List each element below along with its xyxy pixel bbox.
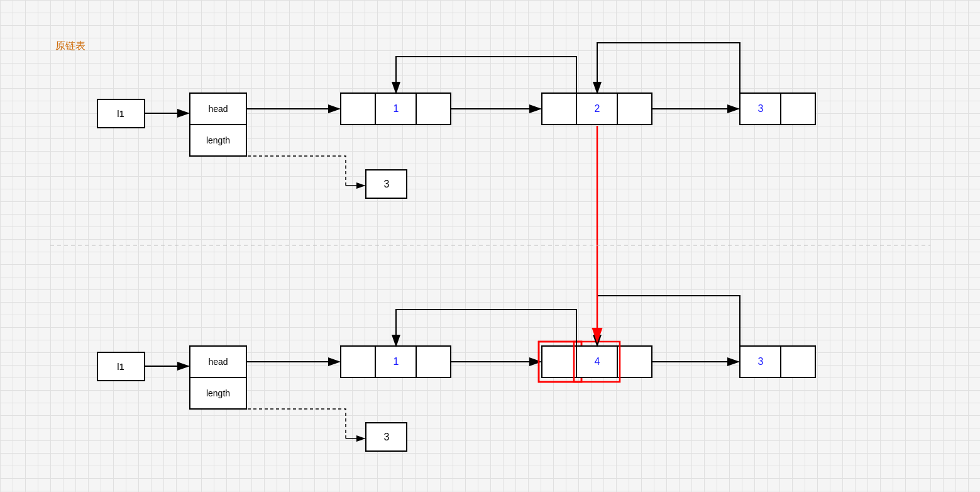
top-node1-next (416, 93, 451, 125)
top-l1-label: l1 (117, 108, 124, 119)
top-node3-value-text: 3 (758, 103, 764, 114)
top-node2-back-arrow (396, 57, 576, 93)
top-node1-value-text: 1 (394, 103, 399, 114)
bottom-node3-value-text: 3 (758, 356, 764, 367)
bottom-node4-next (617, 346, 652, 377)
bottom-l1-label: l1 (117, 361, 124, 372)
top-head-label: head (208, 104, 228, 114)
original-chain-label: 原链表 (55, 40, 85, 51)
bottom-node3-next (781, 346, 815, 377)
bottom-node4-value-text: 4 (595, 356, 600, 367)
top-node1-prev (341, 93, 375, 125)
top-length-label: length (206, 135, 230, 145)
bottom-node4-back-arrow (396, 310, 576, 346)
bottom-length-label: length (206, 388, 230, 398)
bottom-node1-value-text: 1 (394, 356, 399, 367)
bottom-length-value-text: 3 (384, 432, 390, 442)
bottom-node3-back-arrow (597, 296, 740, 346)
top-length-value-text: 3 (384, 179, 390, 189)
top-node2-prev (542, 93, 576, 125)
bottom-node1-prev (341, 346, 375, 377)
top-length-dashed (246, 140, 346, 186)
top-node3-next (781, 93, 815, 125)
top-node3-back-arrow (597, 43, 740, 93)
top-node2-value-text: 2 (595, 103, 600, 114)
bottom-length-dashed (246, 393, 346, 439)
bottom-node4-prev (542, 346, 576, 377)
bottom-head-label: head (208, 357, 228, 367)
top-node2-next (617, 93, 652, 125)
diagram-svg: 原链表 l1 head length 1 2 3 3 l1 head lengt (0, 0, 980, 492)
bottom-node1-next (416, 346, 451, 377)
